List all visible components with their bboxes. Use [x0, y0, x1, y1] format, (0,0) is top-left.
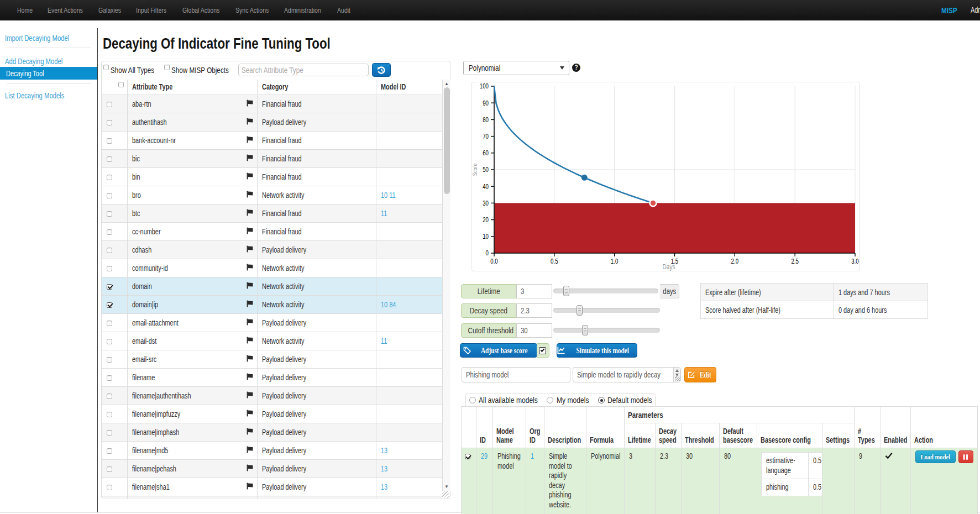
svg-text:2.0: 2.0: [731, 258, 739, 265]
svg-text:Score: Score: [471, 163, 478, 176]
svg-text:0: 0: [486, 249, 489, 256]
svg-text:50: 50: [483, 166, 489, 173]
svg-text:0.0: 0.0: [490, 258, 498, 265]
svg-text:3.0: 3.0: [851, 258, 859, 265]
svg-text:1.0: 1.0: [611, 258, 619, 265]
svg-text:70: 70: [483, 133, 489, 140]
svg-text:90: 90: [483, 99, 489, 107]
svg-text:80: 80: [483, 116, 489, 123]
svg-text:Days: Days: [662, 263, 675, 270]
svg-text:10: 10: [483, 233, 489, 240]
svg-text:40: 40: [483, 183, 489, 190]
svg-text:60: 60: [483, 149, 489, 156]
svg-text:0.5: 0.5: [551, 258, 558, 265]
svg-text:2.5: 2.5: [791, 258, 799, 265]
svg-text:100: 100: [480, 82, 489, 90]
svg-text:30: 30: [483, 200, 489, 207]
svg-text:20: 20: [483, 216, 489, 223]
